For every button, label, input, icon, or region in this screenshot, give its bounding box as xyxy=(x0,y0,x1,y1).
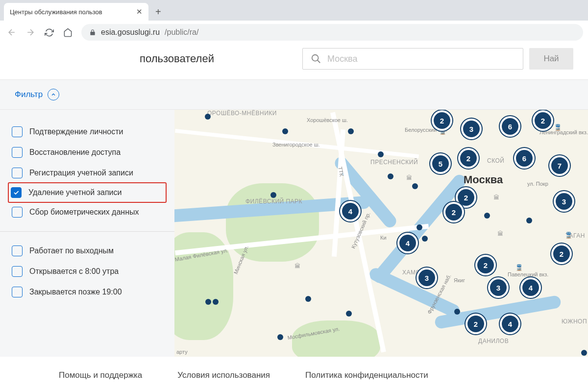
district-label: ДАНИЛОВ xyxy=(478,338,509,344)
road-label: ул. Покр xyxy=(527,181,548,187)
map-cluster[interactable]: 2 xyxy=(460,150,477,167)
map-cluster[interactable]: 3 xyxy=(418,270,435,286)
footer-link-privacy[interactable]: Политика конфиденциальности xyxy=(305,370,428,380)
browser-tab[interactable]: Центры обслуживания пользов ✕ xyxy=(4,3,148,21)
rail-icon: 🚆 xyxy=(553,123,562,132)
page-header: пользователей Най xyxy=(0,44,588,80)
sidebar: Подтверждение личностиВосстановление дос… xyxy=(0,110,174,357)
chevron-up-icon xyxy=(50,92,56,98)
filter-option-label: Подтверждение личности xyxy=(29,127,123,136)
reload-icon[interactable] xyxy=(42,25,56,39)
search-icon xyxy=(311,53,321,64)
filter-option[interactable]: Регистрация учетной записи xyxy=(9,163,166,183)
road-label: Павелецкий вкз. xyxy=(508,271,548,277)
road-label: Звенигородское ш. xyxy=(272,142,320,147)
map-cluster[interactable]: 3 xyxy=(556,193,572,210)
filter-option[interactable]: Восстановление доступа xyxy=(9,142,166,163)
map-cluster[interactable]: 4 xyxy=(502,316,518,332)
map-cluster[interactable]: 4 xyxy=(522,279,539,296)
map-marker[interactable] xyxy=(484,213,490,219)
svg-point-0 xyxy=(312,55,318,61)
map-cluster[interactable]: 3 xyxy=(490,279,507,296)
checkbox[interactable] xyxy=(12,147,23,158)
footer-link-terms[interactable]: Условия использования xyxy=(177,370,270,380)
filter-option-label: Работает по выходным xyxy=(29,246,114,255)
filter-toggle[interactable] xyxy=(48,89,59,100)
map-marker[interactable] xyxy=(282,128,288,134)
road-label: Ленинградский вкз. xyxy=(539,129,588,135)
address-bar[interactable]: esia.gosuslugi.ru/public/ra/ xyxy=(81,24,583,41)
footer: Помощь и поддержка Условия использования… xyxy=(0,357,588,392)
rail-icon: 🚆 xyxy=(564,231,573,240)
filter-option[interactable]: Работает по выходным xyxy=(9,241,166,261)
map-marker[interactable] xyxy=(305,296,311,302)
filter-option[interactable]: Удаление учетной записи xyxy=(8,182,167,203)
map-marker[interactable] xyxy=(581,350,587,356)
close-icon[interactable]: ✕ xyxy=(136,7,143,16)
checkbox[interactable] xyxy=(12,126,23,137)
main: Подтверждение личностиВосстановление дос… xyxy=(0,110,588,357)
checkbox[interactable] xyxy=(12,245,23,256)
tab-bar: Центры обслуживания пользов ✕ + xyxy=(0,0,588,21)
nav-bar: esia.gosuslugi.ru/public/ra/ xyxy=(0,21,588,44)
map-marker[interactable] xyxy=(388,173,393,179)
map-marker[interactable] xyxy=(416,224,422,230)
building-icon: 🏛 xyxy=(496,229,505,238)
tab-title: Центры обслуживания пользов xyxy=(10,8,132,16)
home-icon[interactable] xyxy=(61,25,74,39)
map-marker[interactable] xyxy=(454,309,460,315)
checkbox[interactable] xyxy=(12,207,23,218)
filter-option[interactable]: Сбор биометрических данных xyxy=(9,202,166,222)
map-cluster[interactable]: 7 xyxy=(551,157,568,174)
map-credit: арту xyxy=(176,349,188,355)
map-cluster[interactable]: 4 xyxy=(399,235,416,251)
map-cluster[interactable]: 2 xyxy=(477,257,494,273)
map-marker[interactable] xyxy=(348,128,354,134)
map-marker[interactable] xyxy=(346,311,352,317)
map-cluster[interactable]: 2 xyxy=(553,245,570,262)
district-label: ФИЛЁВСКИЙ ПАРК xyxy=(245,198,302,205)
map-marker[interactable] xyxy=(412,183,418,189)
map-cluster[interactable]: 2 xyxy=(434,112,450,129)
page-subtitle: пользователей xyxy=(140,52,214,65)
filter-option[interactable]: Открывается с 8:00 утра xyxy=(9,261,166,282)
building-icon: 🏛 xyxy=(293,262,302,270)
map-cluster[interactable]: 6 xyxy=(502,118,518,135)
checkbox[interactable] xyxy=(11,187,22,198)
map-marker[interactable] xyxy=(270,192,276,198)
building-icon: 🏛 xyxy=(492,193,501,202)
filter-option-label: Удаление учетной записи xyxy=(28,188,122,197)
back-icon[interactable] xyxy=(5,25,19,39)
district-label: СКОЙ xyxy=(487,157,504,164)
filter-option[interactable]: Закрывается позже 19:00 xyxy=(9,282,166,302)
map-cluster[interactable]: 2 xyxy=(467,316,484,332)
checkbox[interactable] xyxy=(12,168,23,178)
footer-link-help[interactable]: Помощь и поддержка xyxy=(59,370,142,380)
separator xyxy=(0,231,174,232)
filter-option[interactable]: Подтверждение личности xyxy=(9,122,166,142)
map-cluster[interactable]: 6 xyxy=(516,150,533,167)
map-marker[interactable] xyxy=(277,334,283,340)
search-button[interactable]: Най xyxy=(529,48,573,70)
map-cluster[interactable]: 2 xyxy=(458,189,474,206)
map-marker[interactable] xyxy=(205,114,211,120)
new-tab-button[interactable]: + xyxy=(155,6,161,18)
map-cluster[interactable]: 4 xyxy=(342,203,359,220)
map-marker[interactable] xyxy=(422,236,428,242)
map[interactable]: Москва ОРОШЁВО-МНЁВНИКИ ФИЛЁВСКИЙ ПАРК П… xyxy=(174,110,588,357)
map-marker[interactable] xyxy=(205,299,211,305)
checkbox[interactable] xyxy=(12,287,23,297)
checkbox[interactable] xyxy=(12,266,23,277)
road-label: Ки xyxy=(380,235,387,241)
browser-chrome: Центры обслуживания пользов ✕ + esia.gos… xyxy=(0,0,588,44)
map-cluster[interactable]: 5 xyxy=(432,155,449,172)
map-marker[interactable] xyxy=(213,299,219,305)
map-marker[interactable] xyxy=(378,151,384,157)
map-cluster[interactable]: 2 xyxy=(445,204,462,220)
map-cluster[interactable]: 3 xyxy=(463,121,480,137)
search-box[interactable] xyxy=(302,48,523,70)
map-marker[interactable] xyxy=(526,218,532,223)
map-cluster[interactable]: 2 xyxy=(535,112,551,129)
search-input[interactable] xyxy=(327,54,515,64)
forward-icon[interactable] xyxy=(24,25,37,39)
